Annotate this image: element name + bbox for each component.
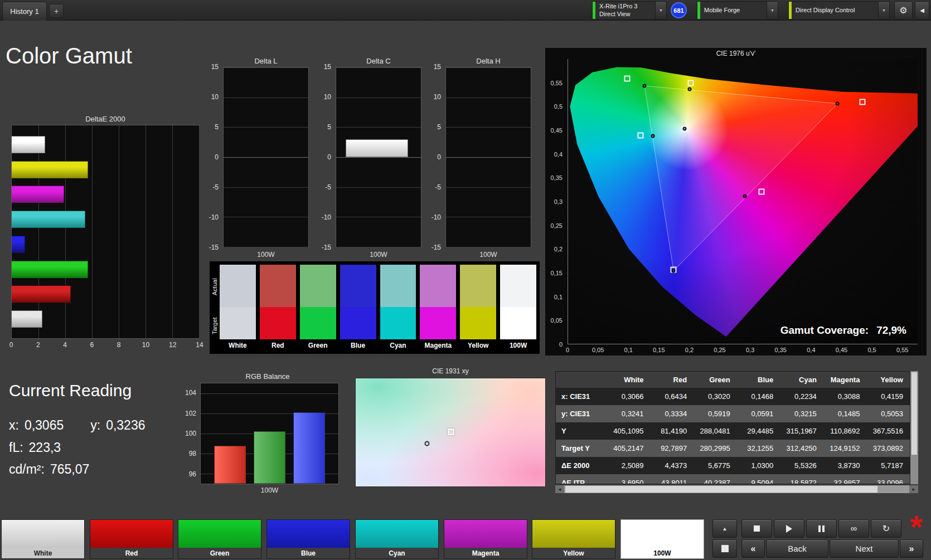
back-button[interactable]: Back	[766, 539, 828, 558]
gear-icon[interactable]: ⚙	[894, 1, 913, 20]
delta-h-axis-label: -10	[431, 213, 441, 221]
swatch-target	[340, 307, 376, 339]
delta-l-title: Delta L	[223, 57, 309, 65]
table-cell: 0,3066	[607, 388, 651, 405]
deltae-bar-white	[12, 136, 45, 153]
chevron-down-icon[interactable]: ▼	[878, 2, 889, 19]
delta-c-axis-label: 15	[324, 63, 331, 71]
pause-button[interactable]	[806, 519, 837, 538]
table-row-label: ΔE ITP	[556, 474, 607, 484]
meter-selector[interactable]: X-Rite i1Pro 3 Direct View ▼	[592, 1, 667, 20]
patch-blue[interactable]: Blue	[266, 519, 350, 559]
hscroll-thumb[interactable]	[565, 486, 877, 493]
deltae-bar-yellow	[12, 161, 88, 178]
y-value: 0,3236	[106, 418, 145, 433]
chevron-down-icon[interactable]: ▼	[767, 2, 778, 19]
tab-history-1[interactable]: History 1	[2, 2, 47, 21]
delta-l-axis-label: -10	[209, 213, 219, 221]
delta-c-axis-label: 0	[327, 153, 331, 161]
swatch-actual	[340, 265, 376, 307]
table-cell: 405,1095	[607, 422, 651, 440]
play-button[interactable]	[774, 519, 804, 538]
gamut-coverage-label: Gamut Coverage:	[780, 324, 869, 336]
deltae-bar-row	[12, 236, 199, 253]
patch-green[interactable]: Green	[178, 519, 261, 559]
current-reading-title: Current Reading	[9, 381, 132, 400]
cie-x-label: 0,3	[746, 347, 754, 353]
table-vertical-scrollbar[interactable]	[910, 371, 918, 484]
table-row-label: Target Y	[556, 440, 607, 457]
workflow-selector[interactable]: Mobile Forge ▼	[697, 1, 778, 20]
deltae-gridline	[199, 125, 200, 338]
pattern-window-button[interactable]	[712, 539, 737, 558]
rgb-bar-red	[214, 446, 246, 484]
rgb-axis-label: 104	[185, 389, 196, 397]
table-horizontal-scrollbar[interactable]: ◄ ►	[555, 485, 918, 493]
table-cell: 110,8692	[823, 422, 867, 440]
scroll-right-icon[interactable]: ►	[909, 485, 918, 493]
table-cell: 405,2147	[607, 440, 651, 457]
cie-y-label: 0,2	[554, 246, 563, 252]
table-col-header: Green	[694, 372, 737, 388]
collapse-panel-icon[interactable]: ◀	[915, 1, 929, 20]
delta-c-gridline	[336, 187, 421, 188]
cie-y-label: 0,25	[551, 222, 563, 229]
delta-h-gridline	[446, 157, 531, 158]
table-cell: 5,7187	[866, 457, 910, 474]
delta-l-axis-label: 15	[211, 63, 219, 71]
x-label: x:	[9, 418, 19, 433]
patch-red[interactable]: Red	[90, 519, 173, 559]
cie1931-actual-marker	[424, 441, 429, 446]
delta-l-axis-label: -15	[209, 244, 219, 251]
delta-h-axis-label: 0	[437, 153, 441, 161]
table-cell: 0,3334	[651, 405, 694, 422]
delta-h-gridline	[446, 98, 531, 98]
delta-c-gridline	[336, 157, 421, 158]
add-tab-button[interactable]: +	[49, 4, 64, 18]
cie-yaxis: 00,050,10,150,20,250,30,350,40,450,50,55	[545, 59, 565, 344]
patch-cyan[interactable]: Cyan	[355, 519, 439, 559]
current-reading-xy: x: 0,3065 y: 0,3236	[9, 418, 146, 433]
fl-value: 223,3	[29, 440, 61, 455]
stop-button[interactable]	[741, 519, 772, 538]
deltae-axis-label: 12	[169, 341, 176, 349]
delta-l-gridline	[224, 157, 308, 158]
patch-color	[2, 520, 84, 548]
y-label: y:	[90, 418, 100, 433]
table-cell: 40,2387	[694, 474, 737, 484]
deltae-axis-label: 6	[90, 341, 94, 349]
patch-magenta[interactable]: Magenta	[444, 519, 527, 559]
pattern-up-button[interactable]: ▲	[712, 519, 737, 538]
swatch-100w: 100W	[500, 265, 536, 353]
patch-100w[interactable]: 100W	[620, 519, 704, 559]
continuous-read-button[interactable]: ∞	[838, 519, 869, 538]
display-control-text: Direct Display Control	[792, 2, 878, 19]
table-row: y: CIE310,32410,33340,59190,05910,32150,…	[556, 405, 910, 422]
cie-x-label: 0,55	[896, 347, 908, 353]
table-cell: 0,1468	[737, 388, 780, 405]
loop-button[interactable]: ↻	[871, 519, 901, 538]
next-button[interactable]: Next	[830, 539, 899, 558]
cie1931-title: CIE 1931 xy	[355, 367, 546, 375]
table-col-header	[556, 372, 607, 388]
chevron-down-icon[interactable]: ▼	[655, 2, 666, 19]
swatch-magenta: Magenta	[420, 265, 456, 353]
scroll-left-icon[interactable]: ◄	[555, 485, 564, 493]
patch-color	[90, 520, 173, 548]
next-step-button[interactable]: »	[900, 539, 923, 558]
rgb-axis-label: 102	[185, 410, 196, 417]
cie-x-label: 0,25	[714, 347, 725, 353]
patch-color	[444, 520, 527, 548]
display-control-selector[interactable]: Direct Display Control ▼	[788, 1, 890, 20]
back-step-button[interactable]: «	[741, 539, 765, 558]
current-reading-cd: cd/m²: 765,07	[9, 462, 89, 477]
delta-h-gridline	[446, 127, 531, 128]
vscroll-thumb[interactable]	[911, 372, 917, 455]
patch-white[interactable]: White	[1, 519, 85, 559]
patch-yellow[interactable]: Yellow	[532, 519, 615, 559]
cie1976-title: CIE 1976 u'v'	[545, 50, 927, 57]
table-row-label: y: CIE31	[556, 405, 607, 422]
table-cell: 3,6950	[607, 474, 651, 484]
cie1976-panel: CIE 1976 u'v' 00,050,10,150,20,250,30,35…	[545, 47, 927, 356]
current-reading-fl: fL: 223,3	[9, 440, 61, 455]
